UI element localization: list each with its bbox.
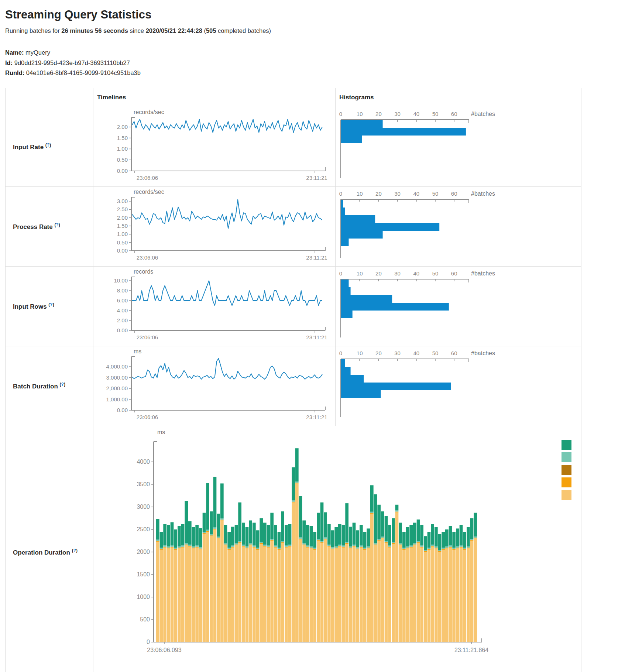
svg-text:4000: 4000 bbox=[137, 459, 150, 465]
svg-text:1500: 1500 bbox=[137, 571, 150, 577]
query-runid-label: RunId: bbox=[5, 69, 24, 76]
batches-suffix: completed batches) bbox=[216, 27, 271, 34]
svg-text:0: 0 bbox=[147, 639, 150, 645]
row-label-text: Input Rate bbox=[13, 144, 44, 151]
svg-text:60: 60 bbox=[451, 270, 457, 277]
svg-text:6.00: 6.00 bbox=[117, 297, 128, 304]
svg-text:23:06:06: 23:06:06 bbox=[137, 334, 158, 340]
help-icon[interactable]: (?) bbox=[48, 302, 54, 307]
input-rate-histogram-chart: 0102030405060#batches bbox=[336, 107, 581, 186]
completed-batches-count: 505 bbox=[206, 27, 216, 34]
svg-text:ms: ms bbox=[134, 348, 141, 354]
svg-text:10: 10 bbox=[357, 111, 363, 117]
svg-text:3.00: 3.00 bbox=[117, 198, 128, 204]
query-id-row: Id: 9d0dd219-995d-423e-b97d-36931110bb27 bbox=[5, 58, 625, 68]
row-label-batch-duration: Batch Duration (?) bbox=[6, 346, 93, 426]
running-duration: 26 minutes 56 seconds bbox=[61, 27, 128, 34]
svg-text:0: 0 bbox=[339, 111, 342, 117]
table-header-row: Timelines Histograms bbox=[6, 88, 581, 107]
row-label-operation-duration: Operation Duration (?) bbox=[6, 426, 93, 672]
svg-text:50: 50 bbox=[432, 111, 439, 117]
svg-text:2,000.00: 2,000.00 bbox=[106, 385, 128, 391]
svg-text:ms: ms bbox=[157, 429, 165, 435]
help-question: ? bbox=[73, 548, 76, 553]
svg-text:0.50: 0.50 bbox=[117, 157, 128, 163]
help-paren: ) bbox=[64, 382, 65, 387]
svg-text:20: 20 bbox=[375, 270, 382, 277]
legend-swatch bbox=[562, 440, 571, 450]
svg-text:30: 30 bbox=[394, 191, 401, 197]
row-input-rate: Input Rate (?) records/sec0.000.501.001.… bbox=[6, 107, 581, 187]
svg-text:1.50: 1.50 bbox=[117, 223, 128, 229]
help-paren: ) bbox=[49, 143, 51, 148]
row-label-input-rows: Input Rows (?) bbox=[6, 267, 93, 346]
svg-text:60: 60 bbox=[451, 191, 457, 197]
svg-text:23:11:21.864: 23:11:21.864 bbox=[454, 647, 488, 653]
help-icon[interactable]: (?) bbox=[45, 143, 51, 148]
help-icon[interactable]: (?) bbox=[54, 222, 60, 227]
svg-text:2500: 2500 bbox=[137, 526, 150, 532]
svg-text:2.00: 2.00 bbox=[117, 317, 128, 323]
svg-text:30: 30 bbox=[394, 350, 401, 356]
svg-text:40: 40 bbox=[413, 270, 419, 277]
help-paren: ) bbox=[53, 302, 54, 307]
running-prefix: Running batches for bbox=[5, 27, 61, 34]
svg-text:1.50: 1.50 bbox=[117, 135, 128, 141]
svg-text:20: 20 bbox=[375, 191, 382, 197]
svg-text:4,000.00: 4,000.00 bbox=[106, 363, 128, 370]
svg-text:40: 40 bbox=[413, 191, 419, 197]
batches-open: ( bbox=[202, 27, 206, 34]
svg-text:50: 50 bbox=[432, 350, 439, 356]
col-header-timelines: Timelines bbox=[93, 88, 336, 107]
running-since: since bbox=[128, 27, 146, 34]
svg-text:0.00: 0.00 bbox=[117, 168, 128, 174]
row-operation-duration: Operation Duration (?) ms050010001500200… bbox=[6, 426, 581, 672]
svg-text:20: 20 bbox=[375, 111, 382, 117]
svg-text:0.00: 0.00 bbox=[117, 407, 128, 413]
svg-text:3500: 3500 bbox=[137, 481, 150, 487]
svg-text:23:11:21: 23:11:21 bbox=[306, 254, 327, 261]
svg-text:10: 10 bbox=[357, 270, 363, 277]
svg-text:1,000.00: 1,000.00 bbox=[106, 396, 128, 402]
input-rate-timeline-chart: records/sec0.000.501.001.502.0023:06:062… bbox=[93, 107, 335, 186]
legend-swatch bbox=[562, 490, 571, 500]
running-summary: Running batches for 26 minutes 56 second… bbox=[5, 27, 625, 34]
svg-text:23:06:06: 23:06:06 bbox=[137, 414, 158, 420]
help-icon[interactable]: (?) bbox=[60, 382, 65, 387]
running-timestamp: 2020/05/21 22:44:28 bbox=[146, 27, 202, 34]
query-meta: Name: myQuery Id: 9d0dd219-995d-423e-b97… bbox=[5, 48, 625, 78]
operation-duration-stacked-chart: ms0500100015002000250030003500400023:06:… bbox=[93, 426, 581, 672]
svg-text:23:11:21: 23:11:21 bbox=[306, 414, 327, 420]
svg-text:records: records bbox=[134, 268, 153, 275]
svg-text:2.00: 2.00 bbox=[117, 215, 128, 221]
row-label-input-rate: Input Rate (?) bbox=[6, 107, 93, 187]
svg-text:10: 10 bbox=[357, 350, 363, 356]
query-runid-value: 04e101e6-8bf8-4165-9099-9104c951ba3b bbox=[26, 69, 141, 76]
help-icon[interactable]: (?) bbox=[72, 548, 78, 553]
query-id-label: Id: bbox=[5, 59, 13, 66]
svg-text:30: 30 bbox=[394, 111, 401, 117]
legend-swatch bbox=[562, 477, 571, 487]
svg-text:10: 10 bbox=[357, 191, 363, 197]
row-process-rate: Process Rate (?) records/sec0.000.501.00… bbox=[6, 187, 581, 267]
svg-text:0: 0 bbox=[339, 350, 342, 356]
col-header-histograms: Histograms bbox=[336, 88, 581, 107]
svg-text:0: 0 bbox=[339, 191, 342, 197]
svg-text:23:06:06: 23:06:06 bbox=[137, 254, 158, 261]
query-name-row: Name: myQuery bbox=[5, 48, 625, 58]
svg-text:1.00: 1.00 bbox=[117, 231, 128, 237]
help-question: ? bbox=[50, 302, 52, 307]
svg-text:40: 40 bbox=[413, 111, 419, 117]
svg-text:3,000.00: 3,000.00 bbox=[106, 374, 128, 381]
svg-text:50: 50 bbox=[432, 270, 439, 277]
svg-text:2.50: 2.50 bbox=[117, 206, 128, 212]
svg-text:3000: 3000 bbox=[137, 504, 150, 510]
row-label-text: Operation Duration bbox=[13, 549, 70, 556]
page-title: Streaming Query Statistics bbox=[5, 8, 625, 21]
svg-text:#batches: #batches bbox=[471, 111, 495, 117]
corner-cell bbox=[6, 88, 93, 107]
page: Streaming Query Statistics Running batch… bbox=[0, 0, 625, 672]
batch-duration-timeline-chart: ms0.001,000.002,000.003,000.004,000.0023… bbox=[93, 346, 335, 426]
svg-text:0.00: 0.00 bbox=[117, 327, 128, 333]
help-paren: ) bbox=[76, 548, 78, 553]
